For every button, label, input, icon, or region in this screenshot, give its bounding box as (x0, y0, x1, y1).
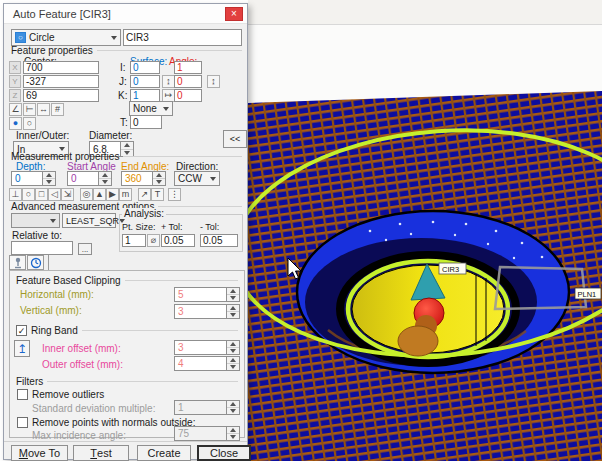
std-dev-label: Standard deviation multiple: (32, 403, 155, 414)
auto-feature-dialog: Auto Feature [CIR3] × ○ Circle CIR3 Feat… (3, 3, 248, 460)
clock-icon (30, 257, 42, 269)
remove-outliers-label: Remove outliers (32, 389, 104, 400)
end-angle-spinner[interactable]: 360 (121, 171, 166, 186)
inner-offset-spinner[interactable]: 3 (174, 340, 240, 355)
horizontal-spinner[interactable]: 5 (174, 287, 240, 302)
snap-width-icon[interactable]: ↔ (37, 103, 50, 116)
check-icon: ✓ (18, 326, 26, 336)
meas-square-icon[interactable]: □ (35, 188, 48, 201)
surface-mode-dropdown[interactable]: None (129, 101, 173, 116)
meas-text-icon[interactable]: T (151, 188, 164, 201)
meas-diagonal-icon[interactable]: ↗ (138, 188, 151, 201)
chevron-down-icon (210, 177, 216, 181)
flip-angle-vector-icon[interactable]: ↨ (207, 75, 220, 88)
close-icon[interactable]: × (225, 7, 243, 21)
ring-band-label: Ring Band (31, 325, 78, 336)
feature-properties-group: Feature properties (11, 45, 242, 56)
relative-to-field[interactable] (11, 241, 73, 255)
diameter-label: Diameter: (89, 130, 132, 141)
ring-band-checkbox[interactable]: ✓ (16, 325, 27, 336)
axis-x-button[interactable]: X (9, 61, 21, 74)
outer-offset-spinner[interactable]: 4 (174, 356, 240, 371)
chevron-down-icon (163, 107, 169, 111)
minus-tol-label: - Tol: (200, 222, 219, 232)
collapse-button[interactable]: << (223, 130, 247, 148)
meas-circle-icon[interactable]: ○ (22, 188, 35, 201)
svg-text:PLN1: PLN1 (578, 290, 597, 299)
analysis-label: Analysis: (122, 208, 166, 219)
feature-type-dropdown[interactable]: ○ Circle (11, 29, 121, 46)
meas-perpendicular-icon[interactable]: ⊥ (9, 188, 22, 201)
meas-level-icon[interactable]: ▲ (93, 188, 106, 201)
dialog-title: Auto Feature [CIR3] (13, 8, 111, 20)
minus-tol-field[interactable]: 0.05 (200, 234, 238, 247)
footer-separator (4, 441, 247, 442)
marker-orange-blob (398, 326, 438, 356)
t-field[interactable]: 0 (130, 115, 162, 129)
surface-i-field[interactable]: 0 (130, 61, 160, 74)
pt-size-field[interactable]: 1 (122, 234, 146, 247)
create-button[interactable]: Create (137, 445, 191, 461)
pt-size-label: Pt. Size: (122, 222, 156, 232)
snap-angle-icon[interactable]: ∠ (9, 103, 22, 116)
surface-j-field[interactable]: 0 (130, 75, 160, 88)
move-to-button[interactable]: Move To (11, 445, 68, 461)
meas-path-icon[interactable]: ⇲ (61, 188, 74, 201)
chevron-down-icon (111, 36, 117, 40)
angle-k-field[interactable]: 0 (174, 89, 202, 102)
mode-on-icon[interactable]: ● (9, 117, 22, 130)
svg-text:CIR3: CIR3 (442, 265, 459, 274)
close-button[interactable]: Close (197, 445, 251, 461)
angle-j-field[interactable]: 0 (174, 75, 202, 88)
feature-based-clipping-group: Feature Based Clipping (16, 275, 238, 286)
algorithm-dropdown[interactable]: LEAST_SQR (62, 213, 116, 228)
max-incidence-spinner: 75 (174, 426, 240, 441)
cir3-tag[interactable]: CIR3 (439, 263, 466, 274)
tab-divider (48, 255, 49, 270)
tab-probe-settings[interactable] (9, 255, 26, 270)
snap-grid-icon[interactable]: # (51, 103, 64, 116)
depth-spinner[interactable]: 0 (11, 171, 56, 186)
pln1-tag[interactable]: PLN1 (575, 288, 601, 299)
remove-normals-checkbox[interactable] (17, 417, 28, 428)
center-y-field[interactable]: -327 (23, 75, 99, 88)
j-label: J: (119, 76, 127, 87)
horizontal-label: Horizontal (mm): (20, 289, 94, 300)
remove-outliers-checkbox[interactable] (17, 389, 28, 400)
start-angle-spinner[interactable]: 0 (67, 171, 112, 186)
mode-off-icon[interactable]: ○ (23, 117, 36, 130)
test-button[interactable]: Test (73, 445, 129, 461)
vertical-label: Vertical (mm): (20, 305, 82, 316)
snap-edge-icon[interactable]: ⊢ (23, 103, 36, 116)
cad-scene: CIR3 PLN1 (248, 0, 602, 461)
dot-size-icon[interactable]: ⌀ (147, 234, 160, 247)
ring-band-group: ✓ Ring Band (16, 325, 238, 336)
tab-scan-settings[interactable] (27, 255, 44, 270)
browse-button[interactable]: ... (78, 243, 92, 255)
filter-dropdown-disabled (11, 213, 60, 228)
axis-z-button[interactable]: Z (9, 89, 21, 102)
relative-to-label: Relative to: (12, 230, 62, 241)
inner-outer-label: Inner/Outer: (16, 130, 69, 141)
meas-m-icon[interactable]: m (119, 188, 132, 201)
cad-viewport[interactable]: CIR3 PLN1 (248, 0, 602, 461)
meas-dots-icon[interactable]: ⋮ (168, 188, 181, 201)
vertical-spinner[interactable]: 3 (174, 304, 240, 319)
t-label: T: (120, 117, 128, 128)
feature-type-value: Circle (29, 32, 55, 43)
circle-type-icon: ○ (15, 32, 26, 43)
center-x-field[interactable]: 700 (23, 61, 99, 74)
feature-name-input[interactable]: CIR3 (123, 29, 242, 46)
filters-group: Filters (16, 376, 238, 387)
meas-wedge-icon[interactable]: ◁ (48, 188, 61, 201)
direction-dropdown[interactable]: CCW (174, 171, 220, 186)
ring-band-icon[interactable]: ↥ (14, 340, 30, 357)
meas-target-icon[interactable]: ◎ (80, 188, 93, 201)
dialog-titlebar[interactable]: Auto Feature [CIR3] × (4, 4, 247, 24)
center-z-field[interactable]: 69 (23, 89, 99, 102)
angle-i-field[interactable]: 1 (174, 61, 202, 74)
meas-play-icon[interactable]: ▶ (106, 188, 119, 201)
axis-y-button[interactable]: Y (9, 75, 21, 88)
remove-normals-label: Remove points with normals outside: (32, 417, 195, 428)
plus-tol-field[interactable]: 0.05 (161, 234, 195, 247)
